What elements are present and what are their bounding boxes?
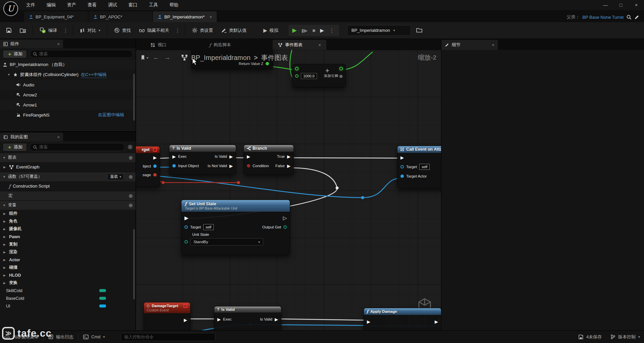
exec-in-pin[interactable]: ▶: [367, 320, 370, 324]
tab-viewport[interactable]: 视口: [145, 40, 172, 50]
my-blueprint-tab[interactable]: 我的蓝图 ×: [0, 133, 63, 141]
expand-caret-icon[interactable]: ▼: [7, 73, 11, 76]
node-add-float[interactable]: + 1000.0 添加引脚 ⊕: [292, 64, 346, 87]
exec-in-pin[interactable]: ▶: [247, 154, 250, 159]
unsaved-button[interactable]: * 4未保存: [578, 334, 602, 340]
var-category-pawn[interactable]: ▶Pawn: [0, 233, 136, 241]
close-icon[interactable]: ×: [492, 43, 494, 48]
var-category-collision[interactable]: ▶碰撞: [0, 264, 136, 271]
save-button[interactable]: [3, 25, 14, 36]
play-options-kebab[interactable]: ⋮: [329, 27, 335, 33]
menu-file[interactable]: 文件: [26, 2, 35, 8]
debug-object-selector[interactable]: BP_Imperialdramon ▾: [347, 25, 411, 36]
frame-skip-button[interactable]: ▮▶: [302, 28, 308, 33]
tab-close-icon[interactable]: ×: [318, 43, 321, 48]
var-category-rendering[interactable]: ▶渲染: [0, 248, 136, 256]
graph-canvas[interactable]: 蓝图 Return Value Z +: [136, 50, 441, 330]
override-dropdown[interactable]: 重载 ▾: [107, 174, 124, 180]
menu-help[interactable]: 帮助: [169, 2, 178, 8]
add-macro-icon[interactable]: ⊕: [128, 193, 133, 199]
target-self-field[interactable]: self: [419, 164, 430, 170]
tree-row-arrow2[interactable]: Arrow2: [0, 90, 136, 100]
var-category-transform[interactable]: ▶变换: [0, 279, 136, 287]
browse-asset-button[interactable]: [17, 25, 29, 36]
unit-state-pin[interactable]: [184, 240, 188, 244]
section-variables[interactable]: ▼ 变量 ⊕: [0, 200, 136, 210]
node-damage-target-clipped[interactable]: rget ▶ bject sage: [136, 146, 160, 187]
true-out-pin[interactable]: ▶: [287, 154, 290, 159]
is-valid-out-pin[interactable]: ▶: [275, 317, 278, 322]
exec-out-pin[interactable]: ▷: [283, 215, 287, 220]
expand-caret-icon[interactable]: ▶: [3, 165, 7, 169]
close-button[interactable]: ×: [629, 2, 644, 8]
section-macros[interactable]: 宏 ⊕: [0, 191, 136, 200]
breadcrumb-root[interactable]: BP_Imperialdramon: [191, 54, 251, 62]
console-input[interactable]: [124, 335, 212, 339]
add-input-pin-1[interactable]: [295, 67, 299, 70]
target-actor-pin[interactable]: [400, 175, 404, 178]
node-apply-damage[interactable]: ƒ Apply Damage ▶ ▶: [364, 308, 441, 330]
class-defaults-button[interactable]: 类默认值: [218, 25, 249, 36]
exec-in-pin[interactable]: ▶: [172, 154, 176, 159]
exec-out-pin[interactable]: ▶: [435, 320, 438, 324]
menu-debug[interactable]: 调试: [108, 2, 117, 8]
exec-in-pin[interactable]: ▶: [217, 317, 221, 322]
delegate-pin[interactable]: [153, 148, 157, 152]
var-category-character[interactable]: ▶角色: [0, 217, 136, 225]
compile-button[interactable]: 编译: [37, 25, 60, 36]
compile-options-kebab[interactable]: ⋮: [62, 27, 69, 33]
exec-in-pin[interactable]: ▶: [400, 155, 404, 160]
node-call-event[interactable]: Call Event on Atta ▶ Target self Target …: [397, 146, 441, 189]
tree-row-arrow1[interactable]: Arrow1: [0, 100, 136, 110]
var-category-components[interactable]: ▶组件: [0, 210, 136, 217]
close-icon[interactable]: ×: [57, 42, 60, 47]
var-category-hlod[interactable]: ▶HLOD: [0, 271, 136, 279]
var-category-camera[interactable]: ▶摄像机: [0, 225, 136, 233]
parent-class-link[interactable]: BP Base None Turret: [582, 15, 624, 20]
variable-ui[interactable]: UI: [0, 302, 136, 310]
delegate-pin[interactable]: [183, 304, 187, 308]
unit-state-dropdown[interactable]: StandBy ▾: [190, 238, 263, 246]
object-out-pin[interactable]: [153, 164, 157, 168]
variable-basecold[interactable]: BaseCold: [0, 294, 136, 302]
add-value-field[interactable]: 1000.0: [301, 73, 317, 79]
is-not-valid-out-pin[interactable]: ▶: [229, 164, 233, 168]
bookmarks-button[interactable]: ▾: [141, 55, 148, 60]
message-out-pin[interactable]: [153, 173, 157, 177]
add-function-icon[interactable]: ⊕: [128, 174, 133, 180]
add-blueprint-item-button[interactable]: ＋ 添加: [3, 143, 27, 151]
stop-button[interactable]: ■: [312, 27, 315, 33]
components-search-input[interactable]: [39, 52, 129, 56]
variable-skillcold[interactable]: SkillCold: [0, 287, 136, 294]
hide-options-kebab[interactable]: ⋮: [174, 27, 181, 33]
node-is-valid-2[interactable]: ?Is Valid ▶ Exec Is Valid ▶: [214, 306, 281, 330]
var-category-replication[interactable]: ▶复制: [0, 241, 136, 248]
tree-row-self[interactable]: BP_Imperialdramon （自我）: [0, 60, 136, 70]
input-object-pin[interactable]: [172, 164, 176, 167]
section-functions[interactable]: ▼ 函数（57可覆盖） 重载 ▾ ⊕: [0, 172, 136, 181]
node-damage-target[interactable]: ◇ DamageTarget Custom Event ▶: [144, 302, 191, 330]
nav-forward-button[interactable]: →: [164, 54, 170, 61]
exec-out-pin[interactable]: ▶: [184, 318, 187, 322]
exec-out-pin[interactable]: ▶: [153, 155, 157, 160]
play-button[interactable]: ▶: [292, 27, 297, 34]
add-variable-icon[interactable]: ⊕: [128, 202, 133, 208]
components-tab[interactable]: 组件 ×: [0, 40, 63, 48]
false-out-pin[interactable]: ▶: [287, 164, 290, 168]
node-set-unit-state[interactable]: ƒ Set Unit State Target is BP Base Attac…: [181, 200, 290, 255]
tree-row-audio[interactable]: Audio: [0, 80, 136, 90]
menu-asset[interactable]: 资产: [67, 2, 76, 8]
tree-row-firerange[interactable]: FireRangeNS 在蓝图中编辑: [0, 110, 136, 120]
target-pin[interactable]: [400, 165, 404, 168]
version-control-button[interactable]: 版本控制 ▾: [610, 334, 640, 340]
tab-bp-equipment[interactable]: BP_Equipment_04*: [24, 11, 88, 22]
details-tab[interactable]: 细节 ×: [441, 40, 498, 50]
simulate-button[interactable]: ▶ 模拟: [261, 25, 281, 36]
node-is-valid-1[interactable]: ?Is Valid ▶ Exec Is Valid ▶ Input Object…: [169, 145, 236, 175]
breadcrumb-leaf[interactable]: 事件图表: [261, 53, 288, 62]
menu-view[interactable]: 查看: [88, 2, 97, 8]
add-input-pin-2[interactable]: [295, 74, 299, 78]
launch-button[interactable]: ▶: [320, 27, 324, 33]
browse-debug-button[interactable]: [414, 25, 425, 36]
menu-edit[interactable]: 编辑: [47, 2, 56, 8]
